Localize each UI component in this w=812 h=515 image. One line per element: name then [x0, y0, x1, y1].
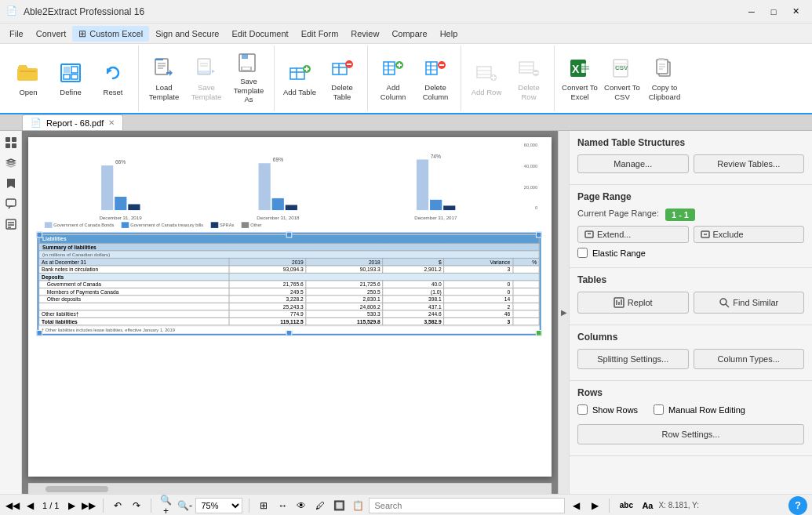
row-deposits-header: Deposits	[39, 273, 229, 281]
define-icon	[58, 60, 83, 85]
chart-bar-pct-2019: 66%	[115, 160, 126, 165]
zoom-out-button[interactable]: 🔍-	[177, 498, 192, 513]
doc-tab-close-button[interactable]: ✕	[108, 118, 115, 127]
splitting-settings-button[interactable]: Splitting Settings...	[577, 349, 689, 369]
show-rows-checkbox[interactable]	[577, 404, 588, 415]
search-next-button[interactable]: ▶	[587, 498, 603, 513]
exclude-button[interactable]: Exclude	[694, 226, 805, 243]
menu-convert[interactable]: Convert	[30, 27, 73, 41]
menu-help[interactable]: Help	[434, 27, 464, 41]
open-icon	[16, 60, 41, 85]
add-row-icon	[474, 60, 499, 85]
current-page-range-label: Current Page Range:	[577, 209, 659, 218]
zoom-select[interactable]: 50% 75% 100% 125% 150%	[195, 498, 242, 513]
find-similar-button[interactable]: Find Similar	[694, 292, 805, 314]
maximize-button[interactable]: □	[763, 4, 784, 20]
manage-button[interactable]: Manage...	[577, 154, 689, 173]
convert-to-excel-label: Convert To Excel	[562, 83, 598, 101]
sep1	[103, 499, 104, 513]
manual-row-editing-checkbox[interactable]	[654, 404, 664, 415]
help-fab-button[interactable]: ?	[788, 496, 807, 515]
replot-icon	[614, 297, 624, 308]
reset-icon	[100, 60, 126, 85]
next-page-button[interactable]: ▶	[64, 498, 79, 513]
menu-edit-form[interactable]: Edit Form	[295, 27, 345, 41]
view-mode-button[interactable]: 👁	[293, 498, 309, 513]
chart-y-40000: 40,000	[524, 164, 537, 169]
menu-file[interactable]: File	[3, 27, 30, 41]
search-prev-button[interactable]: ◀	[568, 498, 584, 513]
menu-sign-secure[interactable]: Sign and Secure	[149, 27, 225, 41]
delete-table-button[interactable]: Delete Table	[322, 52, 362, 105]
convert-to-csv-button[interactable]: CSV Convert To CSV	[602, 52, 643, 105]
sidebar-comment-icon[interactable]	[2, 195, 20, 212]
row-other-liabilities: Other liabilities†	[39, 310, 229, 318]
another-view-button[interactable]: 📋	[350, 498, 366, 513]
right-panel: Named Table Structures Manage... Review …	[569, 131, 812, 494]
elastic-range-checkbox[interactable]	[577, 248, 588, 258]
column-types-button[interactable]: Column Types...	[694, 349, 805, 369]
last-page-button[interactable]: ▶▶	[81, 498, 96, 513]
delete-table-label: Delete Table	[324, 83, 360, 101]
font-size-button[interactable]: Aa	[639, 498, 655, 513]
col-header-date: As at December 31	[39, 258, 229, 266]
pdf-scrollbar-h[interactable]	[28, 483, 552, 494]
minimize-button[interactable]: ─	[741, 4, 762, 20]
app-title: Able2Extract Professional 16	[24, 6, 741, 17]
undo-button[interactable]: ↶	[110, 498, 126, 513]
redo-button[interactable]: ↷	[129, 498, 144, 513]
save-template-as-button[interactable]: Save Template As	[228, 52, 269, 105]
menu-custom-excel[interactable]: ⊞ Custom Excel	[72, 26, 149, 42]
find-similar-icon	[719, 297, 730, 308]
prev-page-button[interactable]: ◀	[22, 498, 38, 513]
menu-compare[interactable]: Compare	[385, 27, 433, 41]
window-controls: ─ □ ✕	[741, 4, 806, 20]
doc-tab[interactable]: 📄 Report - 68.pdf ✕	[22, 114, 123, 130]
text-mode-button[interactable]: abc	[616, 498, 636, 513]
view-option-button[interactable]: 🔲	[331, 498, 347, 513]
copy-to-clipboard-button[interactable]: Copy to Clipboard	[644, 52, 685, 105]
col-header-2019: 2019	[229, 258, 306, 266]
sidebar-grid-icon[interactable]	[2, 134, 20, 151]
rows-title: Rows	[577, 387, 804, 398]
save-template-label: Save Template	[188, 83, 224, 101]
add-table-icon	[287, 60, 312, 85]
add-column-button[interactable]: Add Column	[373, 52, 413, 105]
review-tables-button[interactable]: Review Tables...	[694, 154, 805, 173]
svg-rect-79	[12, 137, 16, 142]
svg-text:X: X	[572, 63, 580, 75]
menu-review[interactable]: Review	[344, 27, 385, 41]
save-template-as-icon	[236, 53, 261, 74]
first-page-button[interactable]: ◀◀	[5, 498, 20, 513]
add-table-button[interactable]: Add Table	[279, 52, 320, 105]
load-template-button[interactable]: Load Template	[144, 52, 184, 105]
open-button[interactable]: Open	[8, 52, 49, 105]
panel-collapse-handle[interactable]: ▶	[558, 131, 569, 494]
define-button[interactable]: Define	[50, 52, 91, 105]
add-row-button[interactable]: Add Row	[466, 52, 507, 105]
delete-column-button[interactable]: Delete Column	[415, 52, 456, 105]
save-template-button[interactable]: Save Template	[186, 52, 227, 105]
replot-button[interactable]: Replot	[577, 292, 689, 314]
svg-rect-5	[64, 67, 70, 73]
row-settings-button[interactable]: Row Settings...	[577, 424, 804, 444]
load-template-icon	[151, 56, 177, 81]
reset-button[interactable]: Reset	[93, 52, 133, 105]
convert-to-excel-button[interactable]: X Convert To Excel	[559, 52, 600, 105]
search-input[interactable]	[369, 498, 565, 513]
close-button[interactable]: ✕	[785, 4, 806, 20]
highlight-button[interactable]: 🖊	[312, 498, 328, 513]
row-bank-notes: Bank notes in circulation	[39, 266, 229, 274]
delete-row-button[interactable]: Delete Row	[508, 52, 549, 105]
fit-width-button[interactable]: ↔	[275, 498, 290, 513]
sidebar-form-icon[interactable]	[2, 216, 20, 233]
delete-row-label: Delete Row	[511, 83, 547, 101]
sidebar-bookmark-icon[interactable]	[2, 175, 20, 192]
zoom-in-button[interactable]: 🔍+	[158, 498, 173, 513]
legend-bonds: Government of Canada Bonds	[45, 222, 114, 228]
fit-page-button[interactable]: ⊞	[256, 498, 271, 513]
sidebar-layers-icon[interactable]	[2, 154, 20, 172]
extend-button[interactable]: Extend...	[577, 226, 689, 243]
menu-edit-document[interactable]: Edit Document	[225, 27, 294, 41]
svg-rect-50	[477, 67, 491, 78]
